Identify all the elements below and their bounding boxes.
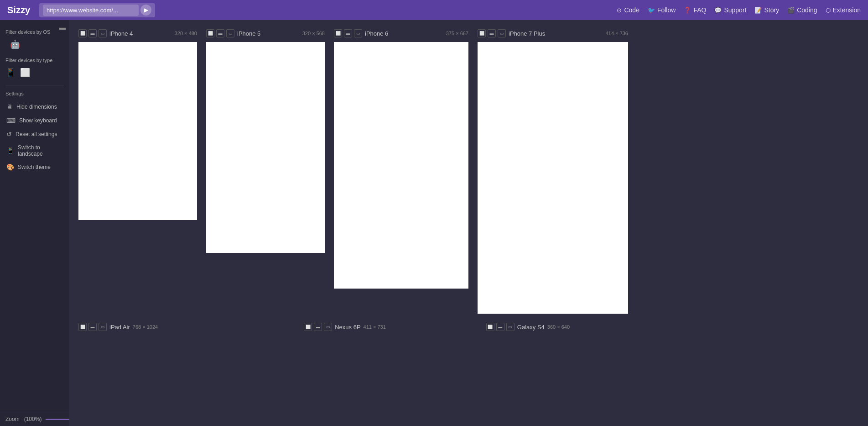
view-icon-medium[interactable]: ▬	[88, 323, 97, 331]
device-frame-iphone7plus[interactable]	[478, 42, 628, 314]
device-frame-iphone4[interactable]	[78, 42, 197, 220]
view-icons-nexus6p: ⬜ ▬ ▭	[304, 323, 332, 331]
type-filter-icons: 📱 ⬜	[5, 68, 64, 78]
device-header-iphone7plus: ⬜ ▬ ▭ iPhone 7 Plus 414 × 736	[478, 29, 628, 37]
nav-extension[interactable]: ⬡ Extension	[826, 6, 861, 14]
show-keyboard-item[interactable]: ⌨ Show keyboard	[5, 115, 64, 126]
device-header-galaxys4: ⬜ ▬ ▭ Galaxy S4 360 × 640	[486, 323, 570, 331]
code-icon: ⊙	[617, 7, 622, 14]
app-logo: Sizzy	[7, 5, 30, 16]
view-icon-large[interactable]: ▭	[354, 29, 362, 37]
view-icons-galaxys4: ⬜ ▬ ▭	[486, 323, 515, 331]
view-icons-iphone7plus: ⬜ ▬ ▭	[478, 29, 506, 37]
support-icon: 💬	[714, 7, 722, 14]
view-icon-medium[interactable]: ▬	[88, 29, 97, 37]
os-filter-icons: 🤖	[5, 39, 64, 49]
nav-code[interactable]: ⊙ Code	[617, 6, 639, 14]
device-frame-iphone5[interactable]	[206, 42, 325, 253]
story-icon: 📝	[754, 7, 762, 14]
view-icon-large[interactable]: ▭	[226, 29, 234, 37]
view-icon-medium[interactable]: ▬	[344, 29, 352, 37]
collapse-sidebar-button[interactable]: ▬	[59, 24, 66, 31]
phone-type-icon[interactable]: 📱	[5, 68, 16, 78]
view-icons-iphone5: ⬜ ▬ ▭	[206, 29, 234, 37]
keyboard-icon: ⌨	[6, 117, 16, 124]
filter-os-label: Filter devices by OS	[5, 29, 64, 35]
landscape-icon: 📱	[6, 147, 14, 154]
view-icon-small[interactable]: ⬜	[334, 29, 342, 37]
view-icon-large[interactable]: ▭	[99, 29, 107, 37]
device-ipadair: ⬜ ▬ ▭ iPad Air 768 × 1024	[78, 323, 158, 336]
device-header-iphone4: ⬜ ▬ ▭ iPhone 4 320 × 480	[78, 29, 197, 37]
header-nav: ⊙ Code 🐦 Follow ❓ FAQ 💬 Support 📝 Story …	[617, 6, 861, 14]
view-icon-medium[interactable]: ▬	[496, 323, 504, 331]
device-dims-iphone4: 320 × 480	[175, 31, 197, 36]
device-name-nexus6p: Nexus 6P	[335, 324, 360, 331]
switch-theme-item[interactable]: 🎨 Switch theme	[5, 161, 64, 173]
device-header-iphone6: ⬜ ▬ ▭ iPhone 6 375 × 667	[334, 29, 468, 37]
main-layout: ▬ Filter devices by OS 🤖 Filter devices …	[0, 20, 868, 426]
device-iphone7plus: ⬜ ▬ ▭ iPhone 7 Plus 414 × 736	[478, 29, 628, 314]
canvas-area: ⬜ ▬ ▭ iPhone 4 320 × 480 ⬜ ▬ ▭	[69, 20, 868, 426]
twitter-icon: 🐦	[648, 7, 655, 14]
sidebar: ▬ Filter devices by OS 🤖 Filter devices …	[0, 20, 69, 426]
devices-grid-row2: ⬜ ▬ ▭ iPad Air 768 × 1024 ⬜ ▬ ▭ Nexus	[78, 323, 859, 345]
view-icon-small[interactable]: ⬜	[478, 29, 486, 37]
android-icon[interactable]: 🤖	[10, 39, 20, 49]
theme-icon: 🎨	[6, 163, 14, 171]
device-iphone4: ⬜ ▬ ▭ iPhone 4 320 × 480	[78, 29, 197, 314]
faq-icon: ❓	[684, 7, 691, 14]
device-frame-iphone6[interactable]	[334, 42, 468, 289]
device-dims-iphone7plus: 414 × 736	[606, 31, 628, 36]
view-icon-large[interactable]: ▭	[498, 29, 506, 37]
sidebar-divider	[5, 85, 64, 85]
nav-support[interactable]: 💬 Support	[714, 6, 746, 14]
nav-faq[interactable]: ❓ FAQ	[684, 6, 706, 14]
reset-icon: ↺	[6, 131, 12, 138]
view-icons-ipadair: ⬜ ▬ ▭	[78, 323, 107, 331]
device-nexus6p: ⬜ ▬ ▭ Nexus 6P 411 × 731	[304, 323, 386, 336]
device-header-iphone5: ⬜ ▬ ▭ iPhone 5 320 × 568	[206, 29, 325, 37]
view-icons-iphone6: ⬜ ▬ ▭	[334, 29, 362, 37]
extension-icon: ⬡	[826, 7, 831, 14]
nav-follow[interactable]: 🐦 Follow	[648, 6, 676, 14]
device-iphone5: ⬜ ▬ ▭ iPhone 5 320 × 568	[206, 29, 325, 314]
view-icon-large[interactable]: ▭	[99, 323, 107, 331]
nav-story[interactable]: 📝 Story	[754, 6, 779, 14]
device-dims-galaxys4: 360 × 640	[547, 324, 570, 330]
device-name-ipadair: iPad Air	[109, 324, 130, 331]
device-name-iphone4: iPhone 4	[109, 30, 133, 37]
view-icon-small[interactable]: ⬜	[78, 323, 87, 331]
nav-coding[interactable]: 🎬 Coding	[787, 6, 817, 14]
device-name-iphone6: iPhone 6	[365, 30, 388, 37]
tablet-type-icon[interactable]: ⬜	[20, 68, 30, 78]
coding-icon: 🎬	[787, 7, 795, 14]
device-dims-nexus6p: 411 × 731	[364, 324, 386, 330]
zoom-label: Zoom (100%)	[5, 416, 42, 422]
devices-grid: ⬜ ▬ ▭ iPhone 4 320 × 480 ⬜ ▬ ▭	[78, 29, 859, 323]
view-icon-large[interactable]: ▭	[324, 323, 332, 331]
reset-settings-item[interactable]: ↺ Reset all settings	[5, 128, 64, 140]
device-name-iphone7plus: iPhone 7 Plus	[509, 30, 545, 37]
switch-landscape-item[interactable]: 📱 Switch to landscape	[5, 142, 64, 159]
filter-type-label: Filter devices by type	[5, 58, 64, 63]
zoom-slider[interactable]	[45, 419, 69, 420]
app-header: Sizzy ▶ ⊙ Code 🐦 Follow ❓ FAQ 💬 Support …	[0, 0, 868, 20]
url-input[interactable]	[43, 5, 139, 16]
view-icon-small[interactable]: ⬜	[78, 29, 87, 37]
view-icon-large[interactable]: ▭	[506, 323, 515, 331]
hide-dimensions-item[interactable]: 🖥 Hide dimensions	[5, 101, 64, 113]
device-dims-iphone6: 375 × 667	[446, 31, 468, 36]
url-go-button[interactable]: ▶	[140, 5, 151, 16]
view-icon-medium[interactable]: ▬	[314, 323, 322, 331]
view-icon-small[interactable]: ⬜	[304, 323, 312, 331]
zoom-bar: Zoom (100%)	[0, 412, 69, 426]
view-icon-small[interactable]: ⬜	[486, 323, 494, 331]
view-icon-medium[interactable]: ▬	[488, 29, 496, 37]
monitor-icon: 🖥	[6, 103, 13, 110]
device-dims-iphone5: 320 × 568	[302, 31, 325, 36]
view-icon-medium[interactable]: ▬	[216, 29, 224, 37]
settings-label: Settings	[5, 91, 64, 96]
device-iphone6: ⬜ ▬ ▭ iPhone 6 375 × 667	[334, 29, 468, 314]
view-icon-small[interactable]: ⬜	[206, 29, 214, 37]
